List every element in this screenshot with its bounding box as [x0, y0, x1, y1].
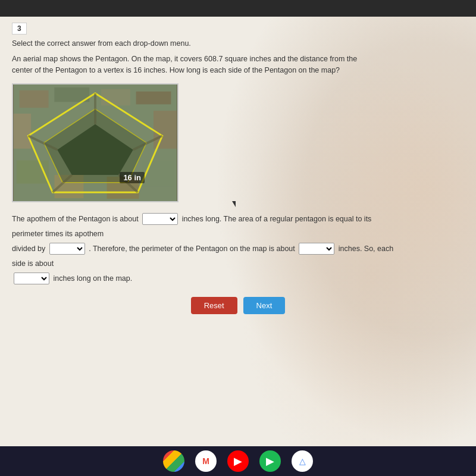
- taskbar-chrome-icon[interactable]: [163, 450, 184, 472]
- question-body: An aerial map shows the Pentagon. On the…: [12, 55, 357, 74]
- main-area: 3 Select the correct answer from each dr…: [0, 17, 476, 446]
- pentagon-image-container: 16 in: [12, 83, 178, 202]
- question-text: An aerial map shows the Pentagon. On the…: [12, 54, 369, 76]
- svg-rect-6: [154, 111, 177, 149]
- taskbar: M ▶ ▶ △: [0, 446, 476, 476]
- divisor-select[interactable]: 2 3 4: [49, 243, 85, 255]
- apothem-select[interactable]: 12 13 14 15: [142, 213, 178, 225]
- reset-button[interactable]: Reset: [191, 297, 237, 314]
- perimeter-dropdown-wrapper[interactable]: 60 70 80 90: [299, 242, 334, 256]
- divisor-dropdown-wrapper[interactable]: 2 3 4: [49, 242, 85, 256]
- answer-text-1: The apothem of the Pentagon is about: [12, 215, 139, 223]
- pentagon-outline-svg: [13, 84, 177, 201]
- svg-rect-4: [136, 91, 171, 104]
- top-bar: [0, 0, 476, 17]
- question-number: 3: [17, 24, 21, 33]
- question-number-tab: 3: [12, 23, 27, 35]
- taskbar-drive-icon[interactable]: △: [292, 450, 313, 472]
- perimeter-select[interactable]: 60 70 80 90: [299, 243, 334, 255]
- next-button[interactable]: Next: [243, 297, 286, 314]
- answer-text-6: inches long on the map.: [53, 274, 132, 283]
- screen: 3 Select the correct answer from each dr…: [0, 0, 476, 476]
- answer-area: The apothem of the Pentagon is about 12 …: [12, 212, 405, 287]
- taskbar-play-icon[interactable]: ▶: [259, 450, 281, 472]
- button-row: Reset Next: [12, 297, 464, 314]
- svg-rect-1: [20, 90, 49, 107]
- content-wrapper: 3 Select the correct answer from each dr…: [0, 17, 476, 323]
- image-measurement-label: 16 in: [120, 172, 145, 183]
- pentagon-aerial-view: 16 in: [13, 84, 177, 201]
- svg-rect-5: [14, 114, 31, 149]
- answer-text-3: divided by: [12, 245, 45, 253]
- taskbar-gmail-icon[interactable]: M: [195, 450, 217, 472]
- side-dropdown-wrapper[interactable]: 12 14 16 18: [14, 271, 49, 286]
- side-select[interactable]: 12 14 16 18: [14, 273, 49, 284]
- instruction-text: Select the correct answer from each drop…: [12, 39, 464, 48]
- taskbar-youtube-icon[interactable]: ▶: [227, 450, 249, 472]
- svg-rect-3: [101, 89, 130, 105]
- answer-text-4: . Therefore, the perimeter of the Pentag…: [89, 245, 295, 253]
- mouse-cursor: [232, 201, 236, 207]
- apothem-dropdown-wrapper[interactable]: 12 13 14 15: [142, 212, 178, 227]
